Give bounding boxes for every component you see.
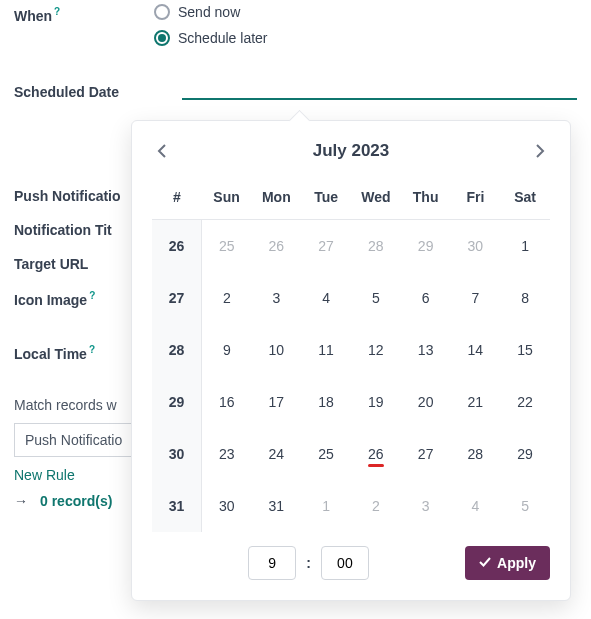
schedule-later-radio[interactable]: Schedule later xyxy=(154,30,268,46)
calendar-day[interactable]: 31 xyxy=(251,480,301,532)
calendar-day[interactable]: 29 xyxy=(500,428,550,480)
apply-label: Apply xyxy=(497,555,536,571)
calendar-day[interactable]: 17 xyxy=(251,376,301,428)
calendar-day[interactable]: 5 xyxy=(351,272,401,324)
week-number: 26 xyxy=(152,220,202,272)
chevron-left-icon xyxy=(157,144,167,158)
calendar-day[interactable]: 3 xyxy=(251,272,301,324)
calendar-day[interactable]: 30 xyxy=(451,220,501,272)
calendar-day[interactable]: 27 xyxy=(401,428,451,480)
time-picker: : xyxy=(248,546,369,580)
calendar-day[interactable]: 24 xyxy=(251,428,301,480)
calendar-day[interactable]: 14 xyxy=(451,324,501,376)
weekday-header: Sat xyxy=(500,179,550,220)
calendar-day[interactable]: 27 xyxy=(301,220,351,272)
calendar-day[interactable]: 7 xyxy=(451,272,501,324)
arrow-right-icon: → xyxy=(14,493,28,509)
calendar-day[interactable]: 13 xyxy=(401,324,451,376)
check-icon xyxy=(479,555,491,571)
week-number: 28 xyxy=(152,324,202,376)
week-number: 31 xyxy=(152,480,202,532)
scheduled-date-label: Scheduled Date xyxy=(14,84,182,100)
calendar-day[interactable]: 28 xyxy=(351,220,401,272)
help-icon[interactable]: ? xyxy=(54,6,60,17)
prev-month-button[interactable] xyxy=(152,141,172,161)
weekday-header: Thu xyxy=(401,179,451,220)
calendar-day[interactable]: 18 xyxy=(301,376,351,428)
calendar-day[interactable]: 12 xyxy=(351,324,401,376)
weekday-header: Wed xyxy=(351,179,401,220)
calendar-day[interactable]: 19 xyxy=(351,376,401,428)
calendar-day[interactable]: 20 xyxy=(401,376,451,428)
calendar-day[interactable]: 25 xyxy=(202,220,252,272)
weekday-header: Sun xyxy=(202,179,252,220)
calendar-day[interactable]: 4 xyxy=(451,480,501,532)
calendar-day[interactable]: 22 xyxy=(500,376,550,428)
radio-checked-icon xyxy=(154,30,170,46)
calendar-day[interactable]: 11 xyxy=(301,324,351,376)
calendar-day[interactable]: 2 xyxy=(202,272,252,324)
chevron-right-icon xyxy=(535,144,545,158)
radio-unchecked-icon xyxy=(154,4,170,20)
when-label: When? xyxy=(14,4,154,24)
calendar-day[interactable]: 5 xyxy=(500,480,550,532)
calendar-day[interactable]: 6 xyxy=(401,272,451,324)
schedule-later-label: Schedule later xyxy=(178,30,268,46)
week-number-header: # xyxy=(152,179,202,220)
send-now-label: Send now xyxy=(178,4,240,20)
calendar-day[interactable]: 16 xyxy=(202,376,252,428)
calendar-day[interactable]: 28 xyxy=(451,428,501,480)
calendar-day[interactable]: 3 xyxy=(401,480,451,532)
new-rule-link[interactable]: New Rule xyxy=(14,467,75,483)
scheduled-date-input[interactable] xyxy=(182,76,577,100)
calendar-day[interactable]: 15 xyxy=(500,324,550,376)
calendar-day[interactable]: 21 xyxy=(451,376,501,428)
calendar-day[interactable]: 8 xyxy=(500,272,550,324)
calendar-day[interactable]: 2 xyxy=(351,480,401,532)
hour-input[interactable] xyxy=(248,546,296,580)
week-number: 30 xyxy=(152,428,202,480)
calendar-day[interactable]: 26 xyxy=(351,428,401,480)
weekday-header: Mon xyxy=(251,179,301,220)
calendar-day[interactable]: 30 xyxy=(202,480,252,532)
calendar-day[interactable]: 1 xyxy=(301,480,351,532)
week-number: 29 xyxy=(152,376,202,428)
help-icon[interactable]: ? xyxy=(89,290,95,301)
weekday-header: Tue xyxy=(301,179,351,220)
calendar-day[interactable]: 4 xyxy=(301,272,351,324)
calendar-grid: #SunMonTueWedThuFriSat 26252627282930127… xyxy=(152,179,550,532)
apply-button[interactable]: Apply xyxy=(465,546,550,580)
calendar-title[interactable]: July 2023 xyxy=(172,141,530,161)
minute-input[interactable] xyxy=(321,546,369,580)
week-number: 27 xyxy=(152,272,202,324)
time-separator: : xyxy=(306,555,311,571)
date-picker-popover: July 2023 #SunMonTueWedThuFriSat 2625262… xyxy=(131,120,571,601)
calendar-day[interactable]: 9 xyxy=(202,324,252,376)
next-month-button[interactable] xyxy=(530,141,550,161)
calendar-day[interactable]: 1 xyxy=(500,220,550,272)
calendar-day[interactable]: 29 xyxy=(401,220,451,272)
weekday-header: Fri xyxy=(451,179,501,220)
send-now-radio[interactable]: Send now xyxy=(154,4,268,20)
calendar-day[interactable]: 23 xyxy=(202,428,252,480)
calendar-day[interactable]: 10 xyxy=(251,324,301,376)
calendar-day[interactable]: 25 xyxy=(301,428,351,480)
calendar-day[interactable]: 26 xyxy=(251,220,301,272)
help-icon[interactable]: ? xyxy=(89,344,95,355)
